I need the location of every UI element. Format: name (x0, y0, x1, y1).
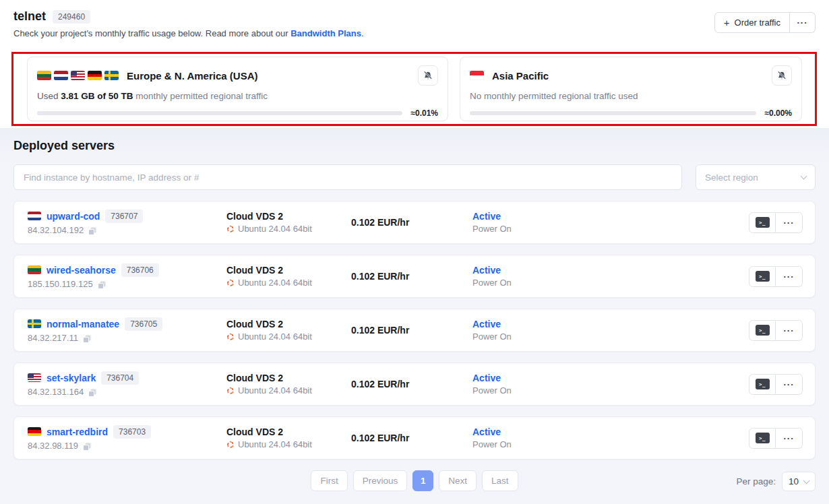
ubuntu-icon (226, 225, 235, 233)
server-hostname-link[interactable]: smart-redbird (47, 427, 108, 437)
status-active-link[interactable]: Active (472, 319, 607, 329)
country-flag-icon (28, 212, 41, 220)
bandwidth-plans-link[interactable]: Bandwidth Plans (290, 28, 361, 38)
traffic-percent: ≈0.01% (410, 108, 438, 118)
terminal-button[interactable]: >_ (749, 428, 776, 449)
flag-icon (104, 71, 119, 80)
project-id-badge: 249460 (53, 10, 90, 24)
terminal-icon: >_ (756, 325, 770, 336)
status-active-link[interactable]: Active (472, 265, 607, 276)
notifications-off-button[interactable] (772, 65, 792, 86)
server-ip: 84.32.98.119 (28, 441, 78, 451)
pagination-first-button[interactable]: First (311, 470, 347, 491)
pagination-page-1-button[interactable]: 1 (412, 470, 433, 491)
price-label: 0.102 EUR/hr (351, 271, 472, 282)
price-label: 0.102 EUR/hr (351, 325, 472, 336)
row-more-button[interactable]: ··· (776, 212, 803, 233)
section-title: Deployed servers (13, 139, 816, 153)
server-row: wired-seahorse 736706 185.150.119.125 Cl… (13, 255, 816, 298)
flag-icon (71, 71, 85, 80)
plan-name: Cloud VDS 2 (226, 211, 351, 222)
header-actions: + Order traffic ··· (714, 12, 816, 33)
pagination: First Previous 1 Next Last (13, 470, 816, 491)
usage-text: Used 3.81 GB of 50 TB monthly permitted … (37, 91, 438, 101)
power-state-label: Power On (472, 385, 607, 396)
terminal-button[interactable]: >_ (749, 320, 776, 341)
copy-icon[interactable] (88, 388, 97, 398)
region-select[interactable]: Select region (696, 164, 816, 190)
os-label: Ubuntu 24.04 64bit (238, 439, 312, 449)
status-active-link[interactable]: Active (472, 427, 607, 437)
terminal-button[interactable]: >_ (749, 266, 776, 287)
ubuntu-icon (226, 279, 235, 287)
per-page-value: 10 (789, 476, 799, 486)
power-state-label: Power On (472, 224, 607, 234)
search-input[interactable] (13, 164, 682, 190)
pagination-last-button[interactable]: Last (482, 470, 518, 491)
flag-icon (88, 71, 102, 80)
ubuntu-icon (226, 441, 235, 449)
traffic-card-europe: Europe & N. America (USA) Used 3.81 GB o… (27, 57, 448, 121)
row-more-button[interactable]: ··· (776, 266, 803, 287)
pagination-previous-button[interactable]: Previous (353, 470, 408, 491)
subtitle-period: . (361, 28, 364, 38)
country-flag-icon (28, 373, 41, 382)
ubuntu-icon (226, 333, 235, 341)
country-flag-icon (28, 427, 41, 436)
header-more-button[interactable]: ··· (790, 12, 816, 33)
usage-text: No monthly permitted regional traffic us… (470, 91, 792, 101)
usage-suffix: monthly permitted regional traffic (133, 91, 268, 101)
status-active-link[interactable]: Active (472, 211, 607, 222)
server-row: normal-manatee 736705 84.32.217.11 Cloud… (13, 309, 816, 352)
server-hostname-link[interactable]: normal-manatee (47, 319, 119, 329)
row-more-button[interactable]: ··· (776, 320, 803, 341)
copy-icon[interactable] (82, 442, 92, 451)
server-hostname-link[interactable]: wired-seahorse (47, 265, 116, 276)
server-id-badge: 736707 (105, 210, 143, 223)
row-more-button[interactable]: ··· (776, 374, 803, 395)
copy-icon[interactable] (97, 280, 106, 290)
power-state-label: Power On (472, 332, 607, 342)
server-ip: 84.32.131.164 (28, 387, 84, 397)
terminal-icon: >_ (756, 271, 770, 282)
server-row: upward-cod 736707 84.32.104.192 Cloud VD… (13, 201, 816, 244)
terminal-button[interactable]: >_ (749, 374, 776, 395)
plan-name: Cloud VDS 2 (226, 319, 351, 329)
server-ip: 84.32.217.11 (28, 333, 78, 343)
plan-name: Cloud VDS 2 (226, 265, 351, 276)
ubuntu-icon (226, 387, 235, 395)
server-hostname-link[interactable]: upward-cod (47, 211, 100, 222)
server-hostname-link[interactable]: set-skylark (47, 373, 96, 383)
traffic-percent: ≈0.00% (764, 108, 792, 118)
copy-icon[interactable] (82, 334, 92, 344)
order-traffic-button[interactable]: + Order traffic (714, 12, 790, 33)
region-title: Europe & N. America (USA) (127, 70, 257, 82)
traffic-subtitle: Check your project's monthly traffic usa… (13, 28, 816, 38)
subtitle-text: Check your project's monthly traffic usa… (13, 28, 290, 38)
order-traffic-label: Order traffic (735, 18, 780, 28)
flag-icon (54, 71, 68, 80)
row-more-button[interactable]: ··· (776, 428, 803, 449)
region-select-placeholder: Select region (705, 172, 758, 183)
chevron-down-icon (801, 173, 807, 180)
server-id-badge: 736704 (101, 371, 139, 385)
bell-off-icon (777, 71, 787, 80)
usage-amount: 3.81 GB of 50 TB (61, 91, 133, 101)
server-ip: 185.150.119.125 (28, 279, 93, 289)
project-title: telnet (13, 9, 46, 24)
plus-icon: + (724, 17, 730, 28)
pagination-next-button[interactable]: Next (439, 470, 477, 491)
status-active-link[interactable]: Active (472, 373, 607, 383)
copy-icon[interactable] (88, 226, 97, 236)
os-label: Ubuntu 24.04 64bit (238, 385, 312, 396)
per-page-select[interactable]: 10 (782, 472, 816, 491)
power-state-label: Power On (472, 278, 607, 288)
flag-icon (37, 71, 51, 80)
notifications-off-button[interactable] (418, 65, 438, 86)
price-label: 0.102 EUR/hr (351, 217, 472, 228)
terminal-icon: >_ (756, 217, 770, 228)
plan-name: Cloud VDS 2 (226, 427, 351, 437)
per-page-label: Per page: (736, 476, 776, 486)
traffic-progress-bar (37, 111, 402, 115)
terminal-button[interactable]: >_ (749, 212, 776, 233)
